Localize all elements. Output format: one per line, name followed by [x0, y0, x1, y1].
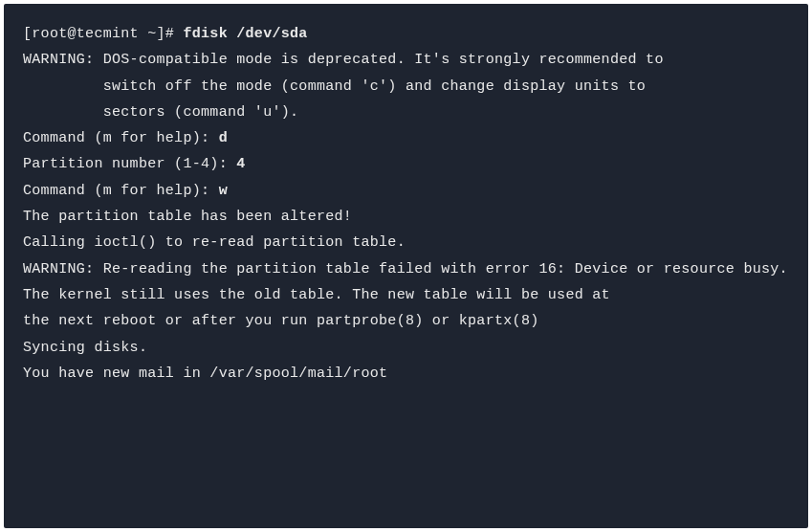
fdisk-input: d: [219, 130, 228, 146]
warning-line: the next reboot or after you run partpro…: [23, 308, 789, 334]
fdisk-partition-input: 4: [236, 156, 245, 172]
mail-line: You have new mail in /var/spool/mail/roo…: [23, 361, 789, 387]
shell-prompt: [root@tecmint ~]#: [23, 26, 183, 42]
fdisk-input: w: [219, 183, 228, 199]
fdisk-prompt-line: Command (m for help): w: [23, 178, 789, 204]
fdisk-partition-prompt: Partition number (1-4):: [23, 156, 236, 172]
warning-line: sectors (command 'u').: [23, 100, 789, 125]
warning-line: WARNING: DOS-compatible mode is deprecat…: [23, 47, 789, 73]
shell-command: fdisk /dev/sda: [183, 26, 307, 42]
fdisk-prompt-line: Command (m for help): d: [23, 125, 789, 151]
fdisk-prompt: Command (m for help):: [23, 183, 219, 199]
warning-line: WARNING: Re-reading the partition table …: [23, 256, 789, 282]
warning-line: The kernel still uses the old table. The…: [23, 282, 789, 308]
prompt-line: [root@tecmint ~]# fdisk /dev/sda: [23, 21, 789, 47]
output-line: Calling ioctl() to re-read partition tab…: [23, 230, 789, 255]
output-line: The partition table has been altered!: [23, 204, 789, 230]
warning-line: switch off the mode (command 'c') and ch…: [23, 74, 789, 100]
fdisk-prompt: Command (m for help):: [23, 130, 219, 146]
fdisk-prompt-line: Partition number (1-4): 4: [23, 151, 789, 177]
output-line: Syncing disks.: [23, 335, 789, 361]
terminal-window: [root@tecmint ~]# fdisk /dev/sda WARNING…: [4, 4, 808, 528]
